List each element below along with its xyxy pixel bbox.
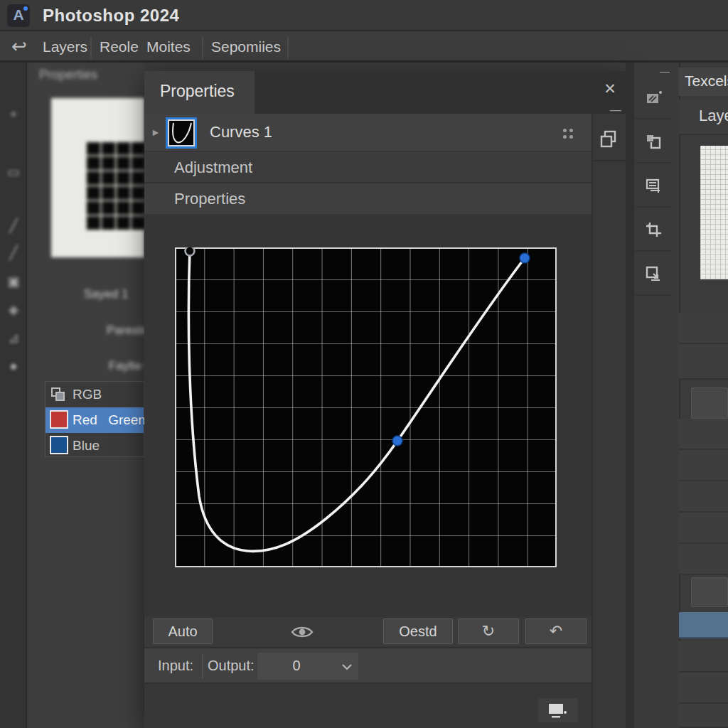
expand-triangle-icon[interactable]: ► (151, 127, 161, 138)
curve-point-end[interactable] (520, 253, 530, 263)
output-label: Output: (208, 658, 255, 674)
properties-tab-label: Properties (160, 82, 235, 101)
crop-icon (645, 221, 663, 240)
menu-bar: ↩ Layers Reole Moites Sepomiies (0, 33, 728, 63)
thumbnail-grid-square (85, 142, 144, 231)
channel-row-blue[interactable]: Blue (46, 433, 144, 459)
tool-strip: + ▭ ╱ ╱ ▣ ◈ ⊿ ● (0, 63, 27, 728)
channels-list: RGB Red Green Blue (45, 381, 144, 457)
duplicate-layer-icon[interactable] (599, 129, 619, 149)
section-adjustment[interactable]: Adjustment (144, 152, 592, 183)
right-header-label: Layer (699, 107, 728, 125)
stacked-layers-icon (645, 177, 663, 196)
auto-button[interactable]: Auto (153, 619, 213, 644)
section-properties[interactable]: Properties (144, 183, 592, 214)
right-list-item-selected[interactable]: I (679, 612, 728, 638)
reset-button[interactable]: ↻ (458, 619, 519, 644)
tool-icon[interactable]: ◈ (5, 301, 22, 318)
visibility-eye-icon[interactable] (290, 623, 314, 641)
right-tab-label: Texcels (685, 73, 728, 90)
title-bar: A Photoshop 2024 (0, 0, 728, 31)
rgb-composite-icon (50, 387, 68, 402)
channel-row-rgb[interactable]: RGB (46, 382, 144, 407)
input-label: Input: (158, 658, 193, 674)
panel-gap (626, 63, 633, 728)
app-logo-letter: A (13, 6, 23, 23)
refresh-icon: ↻ (482, 622, 495, 640)
channel-label: RGB (73, 387, 102, 402)
panel-footer (144, 684, 592, 728)
tool-icon[interactable]: ╱ (5, 245, 22, 261)
blank-button[interactable] (691, 577, 728, 607)
menu-item-layers[interactable]: Layers (43, 38, 87, 55)
undo-icon: ↶ (550, 622, 562, 640)
tool-icon[interactable]: ▭ (5, 164, 22, 180)
panel-side-strip (592, 114, 626, 728)
tool-icon[interactable]: ╱ (5, 218, 22, 234)
right-list-item[interactable]: I. (679, 673, 728, 704)
graph-grid (175, 247, 557, 567)
red-channel-swatch (50, 410, 68, 429)
new-layer-button[interactable] (636, 121, 672, 164)
oestd-button[interactable]: Oestd (383, 619, 453, 644)
right-list-item[interactable]: R (679, 481, 728, 513)
document-thumbnail (51, 98, 144, 257)
tool-icon[interactable]: ▣ (5, 273, 22, 289)
right-icon-strip (633, 63, 672, 728)
right-list-item[interactable]: D (679, 450, 728, 481)
section-label: Properties (174, 190, 245, 208)
right-list-item[interactable]: D (679, 419, 728, 450)
back-arrow-icon[interactable]: ↩ (11, 36, 27, 58)
curve-graph[interactable] (175, 247, 557, 567)
menu-item-reole[interactable]: Reole (100, 38, 139, 55)
tool-icon[interactable]: + (5, 107, 22, 122)
output-value: 0 (257, 658, 336, 674)
tool-icon[interactable]: ● (5, 358, 22, 374)
curve-point-mid[interactable] (392, 436, 402, 446)
adjustment-preset-button[interactable] (636, 77, 672, 119)
clip-to-layer-button[interactable] (538, 698, 578, 722)
layer-name: Curves 1 (210, 123, 272, 141)
menu-separator (287, 37, 289, 58)
blue-channel-swatch (50, 436, 68, 454)
channel-label: Blue (73, 438, 100, 454)
app-title: Photoshop 2024 (43, 6, 179, 26)
minimize-icon[interactable]: — (660, 65, 670, 77)
co-button[interactable]: Co (691, 387, 728, 419)
right-list-item[interactable]: L (679, 513, 728, 544)
copy-squares-icon (645, 133, 663, 151)
channel-label: Red Green (73, 412, 146, 428)
menu-separator (202, 37, 203, 58)
right-list-item[interactable]: Apju (679, 344, 728, 380)
chevron-down-icon (341, 663, 353, 670)
divider (202, 654, 203, 678)
input-output-bar: Input: Output: 0 (144, 648, 592, 684)
undo-button[interactable]: ↶ (525, 619, 587, 644)
clip-mask-icon (547, 702, 569, 719)
close-icon[interactable]: ✕ (599, 78, 621, 100)
curve-buttons-row: Auto Oestd ↻ ↶ (144, 617, 592, 648)
logo-blue-dot (23, 6, 28, 11)
export-layer-button[interactable] (636, 253, 672, 296)
menu-item-moites[interactable]: Moites (146, 38, 191, 55)
blurred-layer-label: Sayed 1 (84, 287, 128, 301)
square-arrow-icon (645, 265, 663, 284)
menu-separator (90, 37, 92, 58)
output-value-dropdown[interactable]: 0 (257, 653, 358, 680)
menu-item-sepomiies[interactable]: Sepomiies (211, 38, 281, 55)
photoshop-window: A Photoshop 2024 ↩ Layers Reole Moites S… (0, 0, 728, 728)
crop-tool-button[interactable] (636, 209, 672, 252)
curve-point-start[interactable] (186, 247, 195, 256)
layer-thumbnail[interactable] (700, 146, 728, 279)
right-list-item[interactable]: S (679, 544, 728, 575)
right-list-item[interactable]: A (679, 641, 728, 673)
curves-thumbnail[interactable] (166, 117, 197, 149)
tool-icon[interactable]: ⊿ (5, 330, 22, 346)
app-logo-icon: A (7, 4, 30, 27)
channel-row-red-green[interactable]: Red Green (46, 407, 144, 433)
options-dots-icon[interactable] (563, 129, 567, 132)
right-list-item[interactable]: Exter (679, 313, 728, 344)
curves-thumbnail-curve (169, 121, 193, 145)
layer-stack-button[interactable] (636, 165, 672, 208)
right-list-item[interactable]: L (679, 704, 728, 728)
